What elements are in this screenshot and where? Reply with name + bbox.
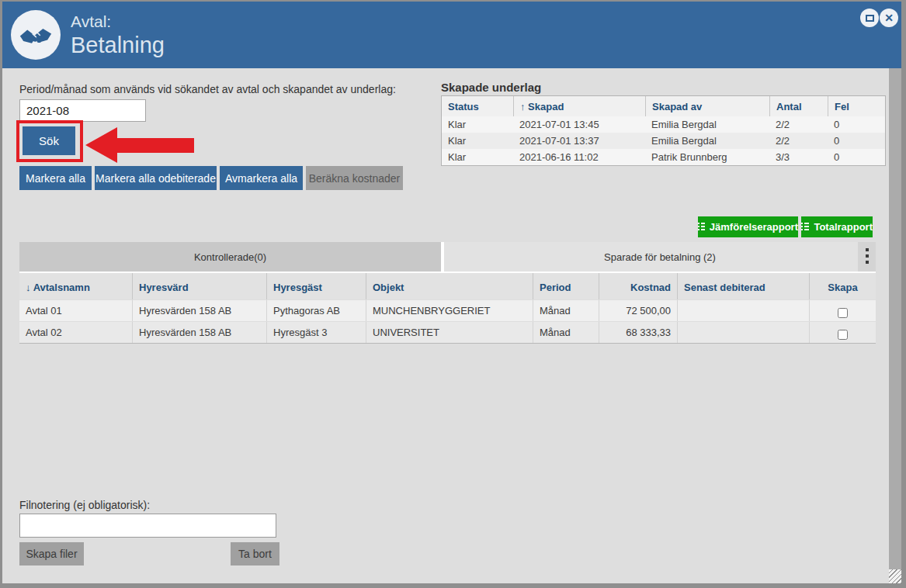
column-header-skapad[interactable]: ↑ Skapad: [513, 96, 645, 116]
cell-fel: 0: [828, 149, 885, 165]
column-header-avtalsnamn[interactable]: ↓ Avtalsnamn: [19, 273, 132, 299]
resize-grip-icon[interactable]: [889, 569, 901, 583]
column-header-hyresvard[interactable]: Hyresvärd: [132, 273, 266, 299]
table-row[interactable]: Avtal 02 Hyresvärden 158 AB Hyresgäst 3 …: [19, 322, 876, 343]
page-title: Avtal: Betalning: [71, 12, 165, 58]
cell-kostnad: 72 500,00: [599, 300, 677, 321]
deselect-all-button[interactable]: Avmarkera alla: [220, 166, 303, 190]
tab-kontrollerade[interactable]: Kontrollerade(0): [19, 242, 441, 272]
column-header-antal[interactable]: Antal: [769, 96, 828, 116]
period-label: Period/månad som används vid sökandet av…: [19, 83, 396, 95]
maximize-icon: [866, 15, 874, 22]
cell-period: Månad: [533, 300, 599, 321]
report-list-icon: [801, 223, 809, 231]
header-bar: Avtal: Betalning ✕: [2, 2, 901, 68]
select-all-button[interactable]: Markera alla: [19, 166, 92, 190]
cell-skapad-av: Emilia Bergdal: [645, 133, 769, 149]
maximize-button[interactable]: [860, 9, 879, 27]
cell-fel: 0: [828, 116, 885, 133]
cell-kostnad: 68 333,33: [599, 322, 677, 343]
tab-bar: Kontrollerade(0) Sparade för betalning (…: [19, 242, 876, 272]
cell-objekt: MUNCHENBRYGGERIET: [366, 300, 533, 321]
close-icon: ✕: [884, 12, 894, 24]
column-header-objekt[interactable]: Objekt: [366, 273, 533, 299]
report-list-icon: [698, 223, 705, 231]
cell-skapad: 2021-07-01 13:37: [513, 133, 645, 149]
table-row[interactable]: Klar 2021-07-01 13:37 Emilia Bergdal 2/2…: [442, 133, 885, 149]
total-report-button[interactable]: Totalrapport: [801, 216, 873, 237]
column-header-skapad-av[interactable]: Skapad av: [645, 96, 769, 116]
cell-skapad-av: Patrik Brunnberg: [645, 149, 769, 165]
cell-skapad-av: Emilia Bergdal: [645, 116, 769, 133]
cell-skapad: 2021-07-01 13:45: [513, 116, 645, 133]
cell-antal: 2/2: [769, 133, 828, 149]
total-report-label: Totalrapport: [814, 221, 873, 233]
created-basis-title: Skapade underlag: [441, 81, 541, 94]
vertical-scrollbar[interactable]: [889, 68, 901, 583]
cell-avtalsnamn: Avtal 01: [19, 300, 132, 321]
contracts-header-row: ↓ Avtalsnamn Hyresvärd Hyresgäst Objekt …: [19, 272, 876, 299]
cell-hyresgast: Pythagoras AB: [266, 300, 366, 321]
cell-hyresgast: Hyresgäst 3: [266, 322, 366, 343]
table-row[interactable]: Klar 2021-06-16 11:02 Patrik Brunnberg 3…: [442, 149, 885, 165]
table-row[interactable]: Klar 2021-07-01 13:45 Emilia Bergdal 2/2…: [442, 116, 885, 133]
created-basis-header-row: Status ↑ Skapad Skapad av Antal Fel: [442, 96, 885, 116]
comparison-report-button[interactable]: Jämförelserapport: [698, 216, 798, 237]
cell-status: Klar: [442, 133, 513, 149]
file-note-label: Filnotering (ej obligatorisk):: [19, 499, 150, 511]
cell-fel: 0: [828, 133, 885, 149]
cell-skapa: [809, 300, 876, 321]
column-header-skapa[interactable]: Skapa: [809, 273, 876, 299]
period-input[interactable]: [19, 99, 146, 122]
created-basis-table: Status ↑ Skapad Skapad av Antal Fel Klar…: [441, 95, 886, 166]
cell-period: Månad: [533, 322, 599, 343]
search-button[interactable]: Sök: [23, 126, 75, 155]
cell-objekt: UNIVERSITET: [366, 322, 533, 343]
cell-antal: 3/3: [769, 149, 828, 165]
handshake-icon: [18, 17, 54, 53]
delete-button[interactable]: Ta bort: [231, 542, 279, 566]
title-line1: Avtal:: [71, 12, 165, 32]
column-header-fel[interactable]: Fel: [828, 96, 885, 116]
calculate-costs-button[interactable]: Beräkna kostnader: [306, 166, 403, 190]
cell-skapa: [809, 322, 876, 343]
close-button[interactable]: ✕: [880, 9, 898, 27]
cell-skapad: 2021-06-16 11:02: [513, 149, 645, 165]
select-all-unbilled-button[interactable]: Markera alla odebiterade: [95, 166, 217, 190]
column-header-period[interactable]: Period: [533, 273, 599, 299]
cell-status: Klar: [442, 116, 513, 133]
cell-avtalsnamn: Avtal 02: [19, 322, 132, 343]
app-window: Avtal: Betalning ✕ Period/månad som anvä…: [2, 2, 901, 583]
title-line2: Betalning: [71, 32, 165, 58]
file-note-input[interactable]: [19, 514, 276, 538]
skapa-checkbox[interactable]: [838, 330, 848, 340]
comparison-report-label: Jämförelserapport: [710, 221, 798, 233]
annotation-arrow-icon: [85, 127, 117, 163]
cell-hyresvard: Hyresvärden 158 AB: [132, 322, 266, 343]
cell-status: Klar: [442, 149, 513, 165]
column-header-senast-debiterad[interactable]: Senast debiterad: [677, 273, 809, 299]
column-header-kostnad[interactable]: Kostnad: [599, 273, 677, 299]
kebab-icon: [866, 248, 869, 251]
annotation-arrow-shaft: [116, 138, 194, 153]
column-header-status[interactable]: Status: [442, 96, 513, 116]
column-header-hyresgast[interactable]: Hyresgäst: [266, 273, 366, 299]
app-logo: [11, 10, 61, 60]
create-files-button[interactable]: Skapa filer: [19, 542, 84, 566]
cell-antal: 2/2: [769, 116, 828, 133]
cell-senast-debiterad: [677, 300, 809, 321]
contracts-table: ↓ Avtalsnamn Hyresvärd Hyresgäst Objekt …: [19, 272, 876, 344]
cell-senast-debiterad: [677, 322, 809, 343]
tab-sparade-for-betalning[interactable]: Sparade för betalning (2): [444, 242, 876, 272]
cell-hyresvard: Hyresvärden 158 AB: [132, 300, 266, 321]
table-row[interactable]: Avtal 01 Hyresvärden 158 AB Pythagoras A…: [19, 300, 876, 321]
skapa-checkbox[interactable]: [838, 308, 848, 318]
